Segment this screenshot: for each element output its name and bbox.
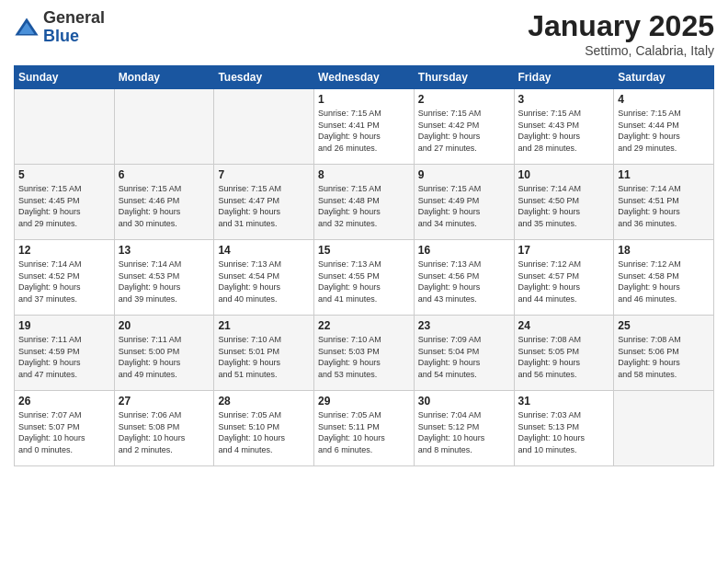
day-cell-2: 2Sunrise: 7:15 AM Sunset: 4:42 PM Daylig… [414,89,514,165]
day-number-29: 29 [318,395,410,408]
weekday-header-monday: Monday [114,66,214,89]
day-number-16: 16 [418,244,510,257]
weekday-header-thursday: Thursday [414,66,514,89]
weekday-header-sunday: Sunday [15,66,115,89]
day-cell-20: 20Sunrise: 7:11 AM Sunset: 5:00 PM Dayli… [114,316,214,391]
weekday-header-row: SundayMondayTuesdayWednesdayThursdayFrid… [15,66,714,89]
day-number-19: 19 [18,319,110,332]
day-number-20: 20 [119,319,210,332]
day-info-5: Sunrise: 7:15 AM Sunset: 4:45 PM Dayligh… [18,183,110,229]
day-number-3: 3 [518,93,610,106]
day-number-22: 22 [318,319,410,332]
day-cell-14: 14Sunrise: 7:13 AM Sunset: 4:54 PM Dayli… [214,240,314,316]
day-cell-8: 8Sunrise: 7:15 AM Sunset: 4:48 PM Daylig… [314,165,415,240]
day-cell-30: 30Sunrise: 7:04 AM Sunset: 5:12 PM Dayli… [414,391,514,466]
week-row-1: 1Sunrise: 7:15 AM Sunset: 4:41 PM Daylig… [15,89,714,165]
day-number-8: 8 [318,168,410,181]
day-cell-27: 27Sunrise: 7:06 AM Sunset: 5:08 PM Dayli… [114,391,214,466]
logo-general: General [43,9,105,28]
logo-icon [14,15,40,40]
day-info-22: Sunrise: 7:10 AM Sunset: 5:03 PM Dayligh… [318,334,410,380]
day-number-26: 26 [18,395,110,408]
day-info-1: Sunrise: 7:15 AM Sunset: 4:41 PM Dayligh… [318,108,410,154]
day-number-12: 12 [18,244,110,257]
day-cell-22: 22Sunrise: 7:10 AM Sunset: 5:03 PM Dayli… [314,316,415,391]
week-row-3: 12Sunrise: 7:14 AM Sunset: 4:52 PM Dayli… [15,240,714,316]
day-number-9: 9 [418,168,510,181]
day-cell-31: 31Sunrise: 7:03 AM Sunset: 5:13 PM Dayli… [514,391,614,466]
day-number-27: 27 [119,395,210,408]
calendar-table: SundayMondayTuesdayWednesdayThursdayFrid… [14,65,714,466]
day-info-24: Sunrise: 7:08 AM Sunset: 5:05 PM Dayligh… [518,334,610,380]
day-number-18: 18 [618,244,710,257]
weekday-header-friday: Friday [514,66,614,89]
day-info-17: Sunrise: 7:12 AM Sunset: 4:57 PM Dayligh… [518,259,610,304]
week-row-4: 19Sunrise: 7:11 AM Sunset: 4:59 PM Dayli… [15,316,714,391]
day-info-30: Sunrise: 7:04 AM Sunset: 5:12 PM Dayligh… [418,409,510,455]
day-cell-26: 26Sunrise: 7:07 AM Sunset: 5:07 PM Dayli… [15,391,115,466]
day-cell-21: 21Sunrise: 7:10 AM Sunset: 5:01 PM Dayli… [214,316,314,391]
day-cell-19: 19Sunrise: 7:11 AM Sunset: 4:59 PM Dayli… [15,316,115,391]
logo: General Blue [14,9,105,46]
day-info-14: Sunrise: 7:13 AM Sunset: 4:54 PM Dayligh… [218,259,310,304]
day-info-13: Sunrise: 7:14 AM Sunset: 4:53 PM Dayligh… [119,259,210,304]
day-cell-1: 1Sunrise: 7:15 AM Sunset: 4:41 PM Daylig… [314,89,415,165]
header: General Blue January 2025 Settimo, Calab… [14,9,714,58]
day-cell-5: 5Sunrise: 7:15 AM Sunset: 4:45 PM Daylig… [15,165,115,240]
day-number-15: 15 [318,244,410,257]
day-info-7: Sunrise: 7:15 AM Sunset: 4:47 PM Dayligh… [218,183,310,229]
day-info-23: Sunrise: 7:09 AM Sunset: 5:04 PM Dayligh… [418,334,510,380]
day-info-6: Sunrise: 7:15 AM Sunset: 4:46 PM Dayligh… [119,183,210,229]
day-cell-24: 24Sunrise: 7:08 AM Sunset: 5:05 PM Dayli… [514,316,614,391]
day-cell-6: 6Sunrise: 7:15 AM Sunset: 4:46 PM Daylig… [114,165,214,240]
day-number-5: 5 [18,168,110,181]
day-cell-16: 16Sunrise: 7:13 AM Sunset: 4:56 PM Dayli… [414,240,514,316]
empty-cell [114,89,214,165]
day-info-11: Sunrise: 7:14 AM Sunset: 4:51 PM Dayligh… [618,183,710,229]
day-cell-12: 12Sunrise: 7:14 AM Sunset: 4:52 PM Dayli… [15,240,115,316]
day-number-30: 30 [418,395,510,408]
day-cell-10: 10Sunrise: 7:14 AM Sunset: 4:50 PM Dayli… [514,165,614,240]
day-cell-25: 25Sunrise: 7:08 AM Sunset: 5:06 PM Dayli… [614,316,714,391]
day-number-24: 24 [518,319,610,332]
day-number-1: 1 [318,93,410,106]
day-number-7: 7 [218,168,310,181]
day-number-14: 14 [218,244,310,257]
week-row-5: 26Sunrise: 7:07 AM Sunset: 5:07 PM Dayli… [15,391,714,466]
day-info-12: Sunrise: 7:14 AM Sunset: 4:52 PM Dayligh… [18,259,110,304]
day-cell-13: 13Sunrise: 7:14 AM Sunset: 4:53 PM Dayli… [114,240,214,316]
day-info-31: Sunrise: 7:03 AM Sunset: 5:13 PM Dayligh… [518,409,610,455]
day-number-11: 11 [618,168,710,181]
day-info-18: Sunrise: 7:12 AM Sunset: 4:58 PM Dayligh… [618,259,710,304]
day-info-26: Sunrise: 7:07 AM Sunset: 5:07 PM Dayligh… [18,409,110,455]
day-number-17: 17 [518,244,610,257]
day-info-28: Sunrise: 7:05 AM Sunset: 5:10 PM Dayligh… [218,409,310,455]
empty-cell [214,89,314,165]
day-number-25: 25 [618,319,710,332]
day-cell-29: 29Sunrise: 7:05 AM Sunset: 5:11 PM Dayli… [314,391,415,466]
weekday-header-saturday: Saturday [614,66,714,89]
day-cell-15: 15Sunrise: 7:13 AM Sunset: 4:55 PM Dayli… [314,240,415,316]
day-number-10: 10 [518,168,610,181]
location-subtitle: Settimo, Calabria, Italy [528,43,714,58]
empty-cell [15,89,115,165]
day-cell-18: 18Sunrise: 7:12 AM Sunset: 4:58 PM Dayli… [614,240,714,316]
day-cell-11: 11Sunrise: 7:14 AM Sunset: 4:51 PM Dayli… [614,165,714,240]
day-info-10: Sunrise: 7:14 AM Sunset: 4:50 PM Dayligh… [518,183,610,229]
day-number-2: 2 [418,93,510,106]
day-info-3: Sunrise: 7:15 AM Sunset: 4:43 PM Dayligh… [518,108,610,154]
day-cell-17: 17Sunrise: 7:12 AM Sunset: 4:57 PM Dayli… [514,240,614,316]
day-info-27: Sunrise: 7:06 AM Sunset: 5:08 PM Dayligh… [119,409,210,455]
week-row-2: 5Sunrise: 7:15 AM Sunset: 4:45 PM Daylig… [15,165,714,240]
day-number-13: 13 [119,244,210,257]
empty-cell [614,391,714,466]
day-info-9: Sunrise: 7:15 AM Sunset: 4:49 PM Dayligh… [418,183,510,229]
day-info-25: Sunrise: 7:08 AM Sunset: 5:06 PM Dayligh… [618,334,710,380]
day-number-31: 31 [518,395,610,408]
day-number-6: 6 [119,168,210,181]
day-info-2: Sunrise: 7:15 AM Sunset: 4:42 PM Dayligh… [418,108,510,154]
day-info-16: Sunrise: 7:13 AM Sunset: 4:56 PM Dayligh… [418,259,510,304]
logo-blue: Blue [43,28,105,46]
day-info-29: Sunrise: 7:05 AM Sunset: 5:11 PM Dayligh… [318,409,410,455]
weekday-header-wednesday: Wednesday [314,66,415,89]
